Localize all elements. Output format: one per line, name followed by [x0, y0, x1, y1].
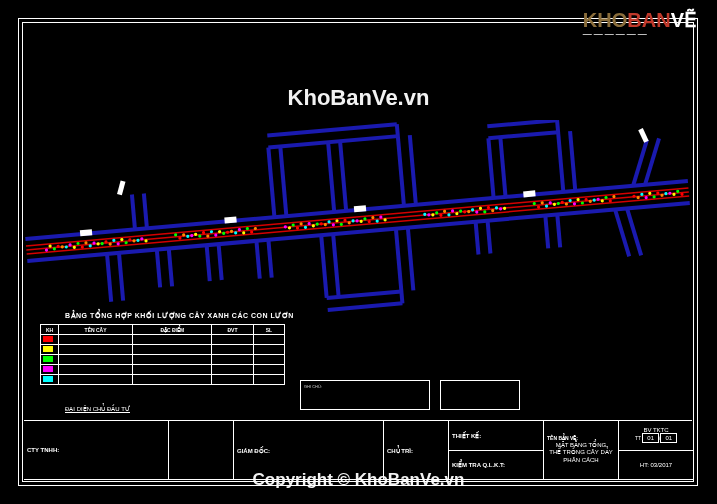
qty-header-row: KH TÊN CÂY ĐẶC ĐIỂM ĐVT SL — [41, 325, 285, 335]
svg-line-4 — [157, 250, 160, 288]
qty-name — [59, 365, 133, 375]
qty-spec — [133, 375, 212, 385]
svg-line-5 — [169, 249, 172, 287]
svg-line-34 — [488, 132, 558, 138]
qty-col-symbol: KH — [41, 325, 59, 335]
svg-point-62 — [96, 242, 99, 245]
qty-row — [41, 335, 285, 345]
qty-row — [41, 345, 285, 355]
qty-row — [41, 365, 285, 375]
tb-cell-checker: KIỂM TRA Q.L.K.T: — [449, 451, 544, 481]
svg-rect-48 — [638, 128, 648, 143]
qty-col-spec: ĐẶC ĐIỂM — [133, 325, 212, 335]
tb-title-line2: THỂ TRỒNG CÂY DẢY — [547, 449, 615, 457]
title-block: CTY TNHH: GIÁM ĐỐC: CHỦ TRÌ: THIẾT KẾ: T… — [24, 420, 692, 480]
qty-name — [59, 375, 133, 385]
tb-lead-label: CHỦ TRÌ: — [387, 447, 445, 454]
svg-point-149 — [557, 202, 560, 205]
qty-qty — [253, 375, 284, 385]
svg-line-23 — [144, 193, 147, 228]
svg-rect-45 — [354, 205, 366, 212]
road-plan-drawing — [25, 120, 690, 320]
svg-point-53 — [60, 245, 63, 248]
svg-line-28 — [397, 124, 404, 206]
watermark-text: KhoBanVe.vn — [288, 85, 430, 111]
qty-table: KH TÊN CÂY ĐẶC ĐIỂM ĐVT SL — [40, 324, 285, 385]
svg-point-88 — [226, 231, 229, 234]
svg-point-158 — [592, 198, 595, 201]
svg-line-11 — [333, 234, 338, 297]
tb-cell-date: HT: 03/2017 — [619, 451, 694, 481]
tb-cell-investor: CTY TNHH: — [24, 421, 169, 480]
tb-cell-director: GIÁM ĐỐC: — [234, 421, 384, 480]
tb-title-line3: PHÂN CÁCH — [547, 457, 615, 465]
qty-unit — [212, 355, 253, 365]
qty-row — [41, 375, 285, 385]
tb-checker-label: KIỂM TRA Q.L.K.T: — [452, 461, 540, 468]
svg-line-2 — [107, 254, 111, 302]
svg-point-105 — [319, 222, 322, 225]
tb-cell-lead: CHỦ TRÌ: — [384, 421, 449, 480]
notes-block-2 — [440, 380, 520, 410]
qty-col-qty: SL — [253, 325, 284, 335]
svg-point-79 — [190, 234, 193, 237]
svg-line-31 — [340, 141, 346, 211]
svg-line-30 — [328, 142, 334, 212]
qty-col-name: TÊN CÂY — [59, 325, 133, 335]
logo-part3: VẼ — [671, 9, 697, 31]
tb-sheet-total: 01 — [660, 433, 677, 443]
investor-label: ĐẠI DIỆN CHỦ ĐẦU TƯ — [65, 405, 130, 413]
svg-line-25 — [280, 146, 286, 216]
svg-line-10 — [321, 235, 326, 298]
qty-name — [59, 355, 133, 365]
qty-spec — [133, 335, 212, 345]
qty-swatch — [41, 375, 59, 385]
qty-swatch — [41, 335, 59, 345]
svg-rect-44 — [224, 217, 236, 224]
svg-line-8 — [256, 241, 259, 279]
svg-rect-46 — [523, 190, 535, 197]
tb-cell-title: TÊN BẢN VẼ: MẶT BẰNG TỔNG THỂ TRỒNG CÂY … — [544, 421, 619, 480]
svg-line-35 — [487, 120, 557, 126]
tb-company-label: CTY TNHH: — [27, 447, 165, 453]
qty-col-unit: ĐVT — [212, 325, 253, 335]
svg-line-9 — [268, 240, 271, 278]
logo-part1: KHO — [583, 9, 627, 31]
svg-line-27 — [267, 124, 397, 135]
qty-swatch — [41, 355, 59, 365]
qty-unit — [212, 335, 253, 345]
logo-part2: BAN — [627, 9, 670, 31]
svg-line-15 — [408, 228, 413, 291]
svg-line-42 — [27, 196, 689, 254]
tb-sheet-tt: TT — [635, 435, 641, 441]
qty-unit — [212, 345, 253, 355]
qty-spec — [133, 365, 212, 375]
svg-line-3 — [119, 253, 123, 301]
qty-name — [59, 335, 133, 345]
tb-cell-sheet: BV TKTC TT 01/01 — [619, 421, 694, 451]
svg-point-172 — [664, 192, 667, 195]
svg-point-123 — [427, 213, 430, 216]
svg-line-16 — [476, 222, 479, 255]
svg-line-32 — [488, 138, 493, 198]
tb-date-label: HT: — [640, 462, 649, 468]
notes-block-1: GHI CHÚ: — [300, 380, 430, 410]
svg-point-132 — [463, 210, 466, 213]
qty-qty — [253, 335, 284, 345]
qty-unit — [212, 375, 253, 385]
tb-date: 03/2017 — [650, 462, 672, 468]
qty-qty — [253, 345, 284, 355]
svg-line-20 — [615, 209, 629, 258]
svg-point-142 — [503, 207, 506, 210]
qty-spec — [133, 355, 212, 365]
svg-point-114 — [355, 219, 358, 222]
svg-line-7 — [219, 244, 222, 280]
tb-director-label: GIÁM ĐỐC: — [237, 447, 380, 454]
svg-line-24 — [268, 147, 274, 217]
qty-swatch — [41, 345, 59, 355]
tb-cell-designer: THIẾT KẾ: — [449, 421, 544, 451]
svg-line-33 — [500, 137, 505, 197]
svg-line-41 — [26, 188, 688, 246]
svg-line-6 — [207, 245, 210, 281]
road-svg — [25, 120, 690, 320]
